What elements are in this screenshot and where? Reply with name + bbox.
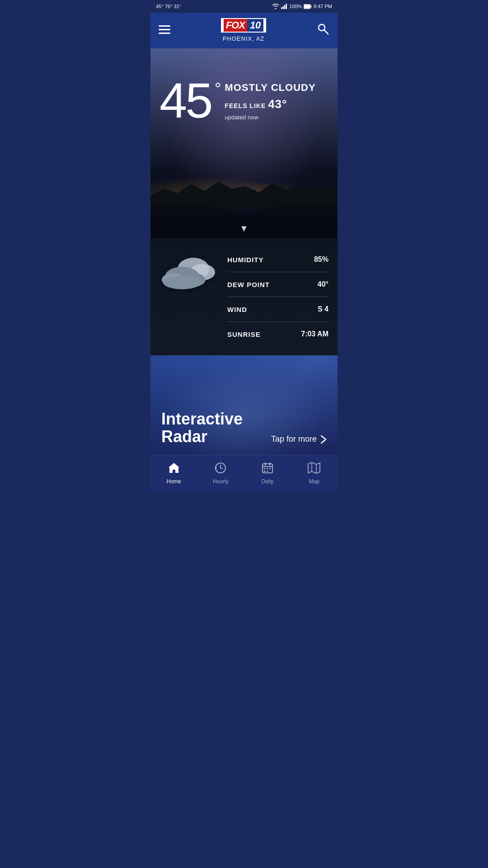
svg-rect-22 — [269, 468, 271, 469]
nav-home-label: Home — [167, 478, 181, 485]
svg-rect-0 — [281, 7, 282, 9]
app-header: FOX 10 PHOENIX, AZ — [150, 13, 338, 48]
wind-row: WIND S 4 — [227, 297, 328, 322]
svg-rect-23 — [264, 471, 265, 472]
status-time: 8:47 PM — [314, 4, 332, 9]
stats-table: HUMIDITY 85% DEW POINT 40° WIND S 4 SUNR… — [227, 247, 328, 346]
humidity-row: HUMIDITY 85% — [227, 247, 328, 272]
updated-text: updated now — [225, 114, 315, 121]
bottom-navigation: Home Hourly D — [150, 455, 338, 491]
cloudy-icon — [160, 252, 218, 292]
svg-rect-20 — [264, 468, 265, 469]
degree-symbol: ° — [215, 81, 219, 97]
location-label: PHOENIX, AZ — [220, 35, 267, 42]
map-icon — [308, 462, 320, 476]
nav-daily[interactable]: Daily — [244, 455, 291, 491]
feels-like-temp: 43° — [268, 97, 287, 111]
svg-rect-1 — [282, 6, 284, 9]
scroll-down-chevron: ▼ — [239, 223, 249, 234]
svg-rect-2 — [284, 5, 286, 9]
calendar-icon — [262, 462, 273, 476]
svg-rect-6 — [311, 5, 312, 7]
battery-percent: 100% — [289, 4, 302, 9]
svg-rect-3 — [286, 4, 287, 9]
nav-map-label: Map — [309, 478, 319, 485]
radar-tap-button[interactable]: Tap for more — [271, 434, 327, 444]
status-right: 100% 8:47 PM — [272, 4, 332, 9]
dewpoint-label: DEW POINT — [227, 281, 270, 288]
temperature-display: 45° — [160, 75, 211, 125]
radar-section[interactable]: InteractiveRadar Tap for more — [150, 355, 338, 455]
dewpoint-value: 40° — [318, 280, 328, 288]
battery-icon — [304, 4, 312, 9]
mountain-silhouette — [150, 179, 338, 207]
weather-condition-panel: MOSTLY CLOUDY FEELS LIKE 43° updated now — [225, 75, 315, 121]
nav-home[interactable]: Home — [150, 455, 197, 491]
feels-like-label: FEELS LIKE — [225, 102, 266, 109]
home-icon — [168, 462, 180, 476]
status-bar: 45° 76° 31° 100% 8:47 PM — [150, 0, 338, 13]
dewpoint-row: DEW POINT 40° — [227, 272, 328, 297]
humidity-label: HUMIDITY — [227, 256, 264, 264]
logo-number: 10 — [247, 19, 263, 32]
menu-button[interactable] — [159, 25, 170, 34]
weather-stats-panel: HUMIDITY 85% DEW POINT 40° WIND S 4 SUNR… — [150, 238, 338, 355]
svg-rect-21 — [267, 468, 268, 469]
nav-map[interactable]: Map — [291, 455, 338, 491]
sunrise-label: SUNRISE — [227, 330, 261, 338]
temperature-value: 45 — [160, 72, 211, 128]
fox-text: FOX — [224, 19, 247, 32]
nav-daily-label: Daily — [261, 478, 273, 485]
svg-line-8 — [324, 30, 328, 34]
app-logo: FOX 10 PHOENIX, AZ — [220, 17, 267, 42]
wind-value: S 4 — [318, 305, 328, 313]
weather-info: 45° MOSTLY CLOUDY FEELS LIKE 43° updated… — [150, 48, 338, 134]
cloud-icon-area — [160, 247, 218, 292]
search-button[interactable] — [317, 23, 329, 37]
condition-text: MOSTLY CLOUDY — [225, 82, 315, 94]
radar-tap-label: Tap for more — [271, 434, 317, 444]
wifi-icon — [272, 4, 279, 9]
clock-icon — [215, 462, 226, 476]
nav-hourly[interactable]: Hourly — [197, 455, 244, 491]
svg-point-14 — [163, 276, 201, 289]
humidity-value: 85% — [314, 255, 328, 264]
signal-icon — [281, 4, 287, 9]
chevron-right-icon — [320, 435, 327, 444]
svg-rect-24 — [267, 471, 268, 472]
weather-hero: 45° MOSTLY CLOUDY FEELS LIKE 43° updated… — [150, 48, 338, 238]
sunrise-value: 7:03 AM — [301, 330, 328, 338]
nav-hourly-label: Hourly — [213, 478, 229, 485]
status-temps: 45° 76° 31° — [156, 4, 181, 9]
svg-rect-5 — [304, 5, 310, 8]
feels-like-row: FEELS LIKE 43° — [225, 97, 315, 111]
radar-title: InteractiveRadar — [161, 410, 243, 446]
sunrise-row: SUNRISE 7:03 AM — [227, 322, 328, 346]
radar-text: InteractiveRadar — [161, 410, 243, 446]
wind-label: WIND — [227, 306, 247, 313]
